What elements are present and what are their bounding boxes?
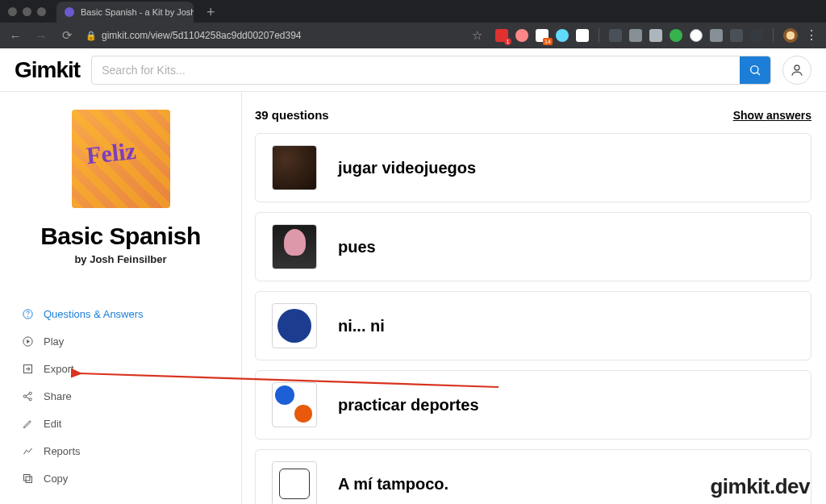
favicon-icon xyxy=(65,7,74,17)
extension-icon[interactable] xyxy=(670,29,682,42)
svg-marker-6 xyxy=(27,339,30,344)
browser-toolbar: ← → ⟳ 🔒 gimkit.com/view/5d1104258ac9dd00… xyxy=(0,23,826,48)
sidebar-item-share[interactable]: Share xyxy=(18,383,223,409)
question-card[interactable]: practicar deportes xyxy=(255,370,811,439)
content-header: 39 questions Show answers xyxy=(255,108,811,122)
user-icon xyxy=(790,63,804,77)
reports-icon xyxy=(21,444,34,457)
bookmark-star-icon[interactable]: ☆ xyxy=(469,28,484,43)
search-wrapper xyxy=(91,56,771,85)
sidebar-item-label: Reports xyxy=(44,445,81,457)
sidebar-item-play[interactable]: Play xyxy=(18,328,223,354)
extension-icon[interactable] xyxy=(710,29,723,42)
kit-author: by Josh Feinsilber xyxy=(18,253,223,265)
question-count: 39 questions xyxy=(255,108,329,122)
svg-line-1 xyxy=(757,72,760,74)
extension-icons: ⋮ xyxy=(495,28,818,43)
maximize-window-dot[interactable] xyxy=(37,7,46,16)
question-list: jugar videojuegos pues ni... ni practica… xyxy=(255,133,811,504)
forward-button[interactable]: → xyxy=(34,29,48,43)
kit-title: Basic Spanish xyxy=(18,223,223,250)
extension-icon[interactable] xyxy=(690,29,703,42)
question-text: pues xyxy=(338,238,376,256)
address-bar[interactable]: 🔒 gimkit.com/view/5d1104258ac9dd00207ed3… xyxy=(86,30,302,41)
edit-icon xyxy=(21,417,34,430)
tab-strip: Basic Spanish - a Kit by Josh F × + xyxy=(0,0,826,23)
browser-tab[interactable]: Basic Spanish - a Kit by Josh F × xyxy=(56,2,194,23)
content-area: 39 questions Show answers jugar videojue… xyxy=(242,92,826,504)
divider xyxy=(599,28,599,43)
extension-icon[interactable] xyxy=(515,29,528,42)
svg-rect-13 xyxy=(26,477,32,483)
question-image xyxy=(272,382,317,427)
extension-icon[interactable] xyxy=(556,29,569,42)
question-icon xyxy=(21,307,34,320)
question-image xyxy=(272,224,317,269)
show-answers-link[interactable]: Show answers xyxy=(733,109,811,122)
question-text: A mí tampoco. xyxy=(338,475,448,494)
sidebar-item-label: Play xyxy=(44,335,64,348)
extension-icon[interactable] xyxy=(495,29,508,42)
question-text: practicar deportes xyxy=(338,396,479,414)
extension-icon[interactable] xyxy=(649,29,662,42)
share-icon xyxy=(21,389,34,402)
sidebar-item-label: Questions & Answers xyxy=(44,308,144,320)
sidebar-item-edit[interactable]: Edit xyxy=(18,410,223,436)
main-content: Feliz Basic Spanish by Josh Feinsilber Q… xyxy=(0,92,826,504)
sidebar-item-reports[interactable]: Reports xyxy=(18,438,223,464)
extension-icon[interactable] xyxy=(730,29,743,42)
svg-point-4 xyxy=(27,316,28,317)
extension-icon[interactable] xyxy=(536,29,549,42)
divider xyxy=(773,28,774,43)
copy-icon xyxy=(21,472,34,485)
svg-point-0 xyxy=(751,65,758,73)
sidebar: Feliz Basic Spanish by Josh Feinsilber Q… xyxy=(0,92,242,504)
sidebar-item-label: Edit xyxy=(44,418,61,430)
browser-chrome: Basic Spanish - a Kit by Josh F × + ← → … xyxy=(0,0,826,48)
sidebar-item-copy[interactable]: Copy xyxy=(18,465,223,491)
sidebar-item-label: Copy xyxy=(44,473,68,485)
question-image xyxy=(272,145,317,190)
back-button[interactable]: ← xyxy=(8,29,23,43)
tab-title: Basic Spanish - a Kit by Josh F xyxy=(81,7,194,17)
reload-button[interactable]: ⟳ xyxy=(60,28,74,43)
profile-button[interactable] xyxy=(782,56,811,85)
question-card[interactable]: pues xyxy=(255,212,811,281)
url-text: gimkit.com/view/5d1104258ac9dd00207ed394 xyxy=(102,30,302,41)
svg-point-2 xyxy=(795,65,799,70)
gimkit-logo[interactable]: Gimkit xyxy=(15,57,80,83)
new-tab-button[interactable]: + xyxy=(198,2,223,23)
sidebar-item-questions[interactable]: Questions & Answers xyxy=(18,301,223,327)
question-text: ni... ni xyxy=(338,317,385,335)
app-header: Gimkit xyxy=(0,48,826,92)
sidebar-item-export[interactable]: Export xyxy=(18,356,223,381)
svg-line-11 xyxy=(26,394,29,396)
extension-icon[interactable] xyxy=(609,29,622,42)
close-window-dot[interactable] xyxy=(8,7,17,16)
macos-traffic-lights xyxy=(8,7,46,16)
svg-rect-14 xyxy=(23,474,30,481)
extension-icon[interactable] xyxy=(750,29,763,42)
question-card[interactable]: ni... ni xyxy=(255,291,811,360)
search-input[interactable] xyxy=(91,56,771,85)
sidebar-item-label: Share xyxy=(44,390,72,402)
svg-line-12 xyxy=(26,397,29,399)
minimize-window-dot[interactable] xyxy=(23,7,31,16)
play-icon xyxy=(21,335,34,348)
profile-avatar-icon[interactable] xyxy=(783,28,798,43)
question-text: jugar videojuegos xyxy=(338,159,476,177)
extension-icon[interactable] xyxy=(629,29,642,42)
search-icon xyxy=(749,64,761,77)
search-button[interactable] xyxy=(740,56,770,84)
extension-icon[interactable] xyxy=(576,29,589,42)
export-icon xyxy=(21,362,34,375)
watermark: gimkit.dev xyxy=(710,474,810,499)
sidebar-item-label: Export xyxy=(44,363,74,375)
question-image xyxy=(272,303,317,348)
question-card[interactable]: jugar videojuegos xyxy=(255,133,811,202)
kit-thumbnail: Feliz xyxy=(72,110,170,208)
sidebar-nav: Questions & Answers Play Export Share Ed… xyxy=(18,301,223,491)
question-image xyxy=(272,461,317,504)
lock-icon: 🔒 xyxy=(86,31,97,41)
